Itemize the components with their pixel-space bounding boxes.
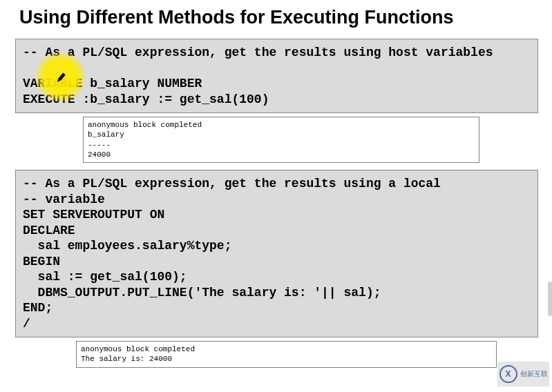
scrollbar-track[interactable] [548, 282, 552, 316]
code-block-host-variables: -- As a PL/SQL expression, get the resul… [15, 39, 538, 113]
code-block-local-variable: -- As a PL/SQL expression, get the resul… [15, 170, 538, 337]
watermark-text: 创新互联 [520, 371, 548, 378]
output-block-host-variables: anonymous block completed b_salary -----… [83, 117, 479, 163]
watermark-logo-icon: X [499, 365, 517, 383]
output-block-local-variable: anonymous block completed The salary is:… [76, 341, 497, 368]
page-title: Using Different Methods for Executing Fu… [19, 7, 552, 28]
watermark-badge: X 创新互联 [497, 362, 549, 386]
